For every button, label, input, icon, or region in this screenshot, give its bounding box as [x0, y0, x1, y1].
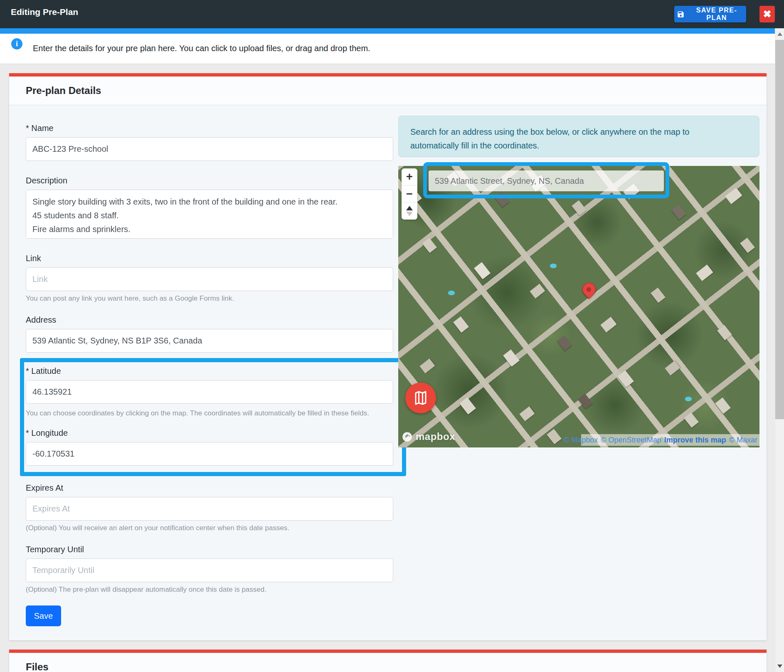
- map-house: [557, 335, 572, 351]
- expires-at-input[interactable]: [26, 497, 393, 521]
- map-house: [459, 397, 476, 415]
- map-house: [422, 237, 437, 253]
- preplan-form: * Name Description Single story building…: [26, 123, 393, 626]
- map-house: [671, 204, 686, 220]
- page-scrollbar: [775, 28, 784, 672]
- modal-header: Editing Pre-Plan SAVE PRE-PLAN ✖: [0, 0, 784, 28]
- link-input[interactable]: [26, 267, 393, 291]
- map-house: [725, 188, 742, 204]
- map-house: [578, 393, 593, 409]
- longitude-label: * Longitude: [26, 427, 393, 439]
- description-input[interactable]: Single story building with 3 exits, two …: [26, 190, 393, 239]
- map-house: [740, 237, 755, 253]
- link-label: Link: [26, 253, 393, 264]
- files-title: Files: [9, 653, 767, 672]
- save-preplan-label: SAVE PRE-PLAN: [690, 7, 744, 22]
- mapbox-logo[interactable]: mapbox: [402, 431, 455, 442]
- editing-preplan-modal: Editing Pre-Plan SAVE PRE-PLAN ✖ i Enter…: [0, 0, 784, 672]
- temporary-until-help: (Optional) The pre-plan will disappear a…: [26, 585, 393, 594]
- mapbox-circle-icon: [402, 431, 413, 442]
- floppy-save-icon: [677, 10, 685, 18]
- map-house: [495, 192, 510, 207]
- expires-at-label: Expires At: [26, 482, 393, 494]
- map-pool: [550, 264, 557, 268]
- map-house: [519, 406, 535, 421]
- folded-map-icon: [413, 390, 428, 405]
- map-house: [474, 262, 491, 279]
- map-pool: [448, 291, 455, 295]
- expires-at-group: Expires At (Optional) You will receive a…: [26, 482, 393, 532]
- attrib-maxar-link[interactable]: © Maxar: [729, 436, 757, 445]
- compass-pitch-button[interactable]: [402, 203, 417, 220]
- satellite-map[interactable]: [398, 166, 759, 447]
- link-help: You can post any link you want here, suc…: [26, 294, 393, 303]
- map-house: [651, 287, 666, 303]
- info-banner: i Enter the details for your pre plan he…: [0, 34, 775, 64]
- compass-down-icon: [406, 212, 413, 216]
- map-house: [530, 284, 545, 299]
- info-icon: i: [11, 38, 22, 49]
- info-banner-text: Enter the details for your pre plan here…: [33, 44, 370, 53]
- latitude-input[interactable]: [26, 380, 393, 404]
- longitude-input[interactable]: [26, 442, 393, 466]
- files-header: Files: [9, 653, 767, 672]
- scroll-down-icon: [777, 665, 782, 668]
- name-input[interactable]: [26, 137, 393, 161]
- address-input[interactable]: [26, 329, 393, 353]
- temporary-until-input[interactable]: [26, 558, 393, 582]
- coordinates-help: You can choose coordinates by clicking o…: [26, 409, 393, 418]
- latitude-label: * Latitude: [26, 366, 393, 377]
- zoom-out-button[interactable]: −: [402, 185, 417, 203]
- scrollbar-down-button[interactable]: [775, 660, 784, 672]
- compass-up-icon: [406, 206, 413, 210]
- mapbox-wordmark: mapbox: [416, 431, 455, 442]
- name-label: * Name: [26, 123, 393, 134]
- map-house: [419, 358, 435, 373]
- map-house: [717, 325, 732, 340]
- map-house: [453, 316, 469, 333]
- attrib-osm-link[interactable]: © OpenStreetMap: [601, 436, 661, 445]
- save-button[interactable]: Save: [26, 605, 61, 626]
- expires-at-help: (Optional) You will receive an alert on …: [26, 524, 393, 532]
- map-style-button[interactable]: [405, 383, 436, 413]
- map-attribution: © Mapbox © OpenStreetMap Improve this ma…: [581, 434, 759, 446]
- preplan-details-header: Pre-plan Details: [9, 77, 767, 105]
- attrib-improve-link[interactable]: Improve this map: [664, 436, 726, 445]
- map-house: [600, 317, 616, 333]
- map-zoom-controls: + −: [402, 168, 417, 220]
- map-hint-alert: Search for an address using the box belo…: [398, 116, 759, 157]
- modal-title: Editing Pre-Plan: [11, 7, 78, 17]
- map-house: [617, 370, 634, 388]
- scrollbar-thumb[interactable]: [775, 40, 784, 419]
- close-button[interactable]: ✖: [759, 6, 775, 22]
- attrib-mapbox-link[interactable]: © Mapbox: [564, 436, 598, 445]
- description-label: Description: [26, 175, 393, 186]
- map-house: [715, 398, 731, 414]
- scroll-up-icon: [777, 32, 782, 36]
- map-house: [696, 264, 713, 281]
- map-house: [547, 429, 562, 444]
- accent-bar: [0, 28, 775, 34]
- map-house: [503, 349, 520, 367]
- map-house: [665, 361, 680, 376]
- map-house: [572, 200, 587, 215]
- zoom-in-button[interactable]: +: [402, 168, 417, 185]
- map-house: [684, 412, 699, 427]
- temporary-until-label: Temporary Until: [26, 544, 393, 555]
- scrollbar-up-button[interactable]: [775, 28, 784, 40]
- address-label: Address: [26, 314, 393, 326]
- save-preplan-button[interactable]: SAVE PRE-PLAN: [674, 6, 746, 22]
- coordinates-highlight-box: * Latitude You can choose coordinates by…: [20, 358, 406, 476]
- preplan-details-title: Pre-plan Details: [9, 77, 767, 96]
- files-card: Files: [9, 650, 767, 672]
- map-address-search-input[interactable]: [429, 170, 664, 191]
- close-icon: ✖: [763, 8, 771, 20]
- map-pool: [685, 397, 692, 401]
